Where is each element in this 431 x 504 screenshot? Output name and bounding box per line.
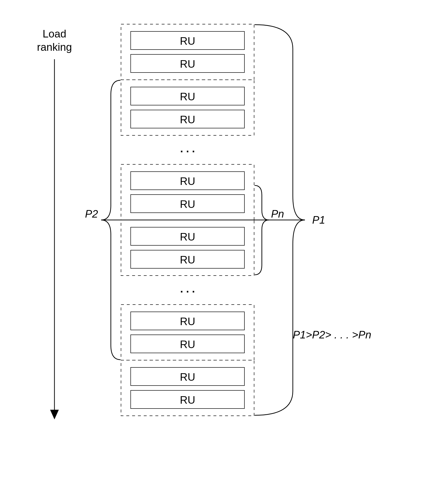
ru-label: RU [180, 254, 195, 266]
ru-label: RU [180, 35, 195, 47]
label-pn: Pn [271, 208, 284, 220]
group-2 [121, 80, 254, 135]
group-4 [121, 220, 254, 276]
group-5 [121, 305, 254, 360]
load-ranking-arrow-head [50, 410, 59, 419]
ellipsis-1: . . . [180, 143, 195, 154]
ru-label: RU [180, 198, 195, 210]
ru-label: RU [180, 114, 195, 126]
brace-pn [255, 185, 269, 275]
ru-label: RU [180, 91, 195, 102]
ru-label: RU [180, 394, 195, 406]
ru-label: RU [180, 231, 195, 243]
ru-label: RU [180, 338, 195, 350]
label-p2: P2 [85, 208, 98, 220]
ru-label: RU [180, 58, 195, 70]
arrow-label-1: Load [43, 28, 66, 40]
group-6 [121, 360, 254, 416]
group-3 [121, 164, 254, 220]
arrow-label-2: ranking [37, 41, 72, 53]
ru-label: RU [180, 371, 195, 383]
ru-label: RU [180, 175, 195, 187]
group-1 [121, 24, 254, 80]
ellipsis-2: . . . [180, 283, 195, 295]
ru-label: RU [180, 315, 195, 327]
label-p1: P1 [312, 214, 325, 226]
inequality-text: P1>P2> . . . >Pn [293, 329, 371, 341]
